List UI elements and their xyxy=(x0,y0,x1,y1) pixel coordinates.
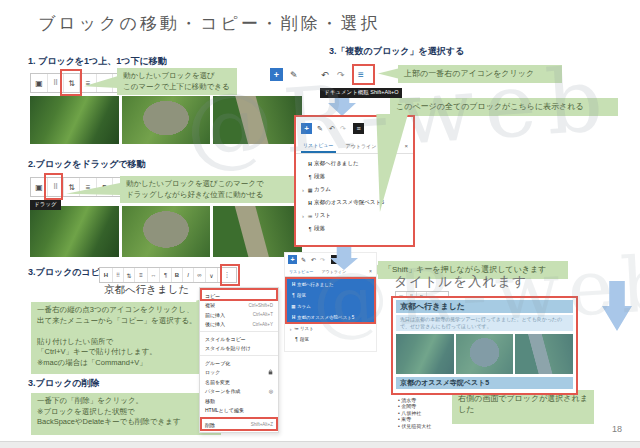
move-updown-icon[interactable]: ⇅ xyxy=(124,268,135,282)
page-number: 18 xyxy=(612,424,622,434)
bullet-item[interactable]: 伏見稲荷大社 xyxy=(398,423,431,429)
bold-icon[interactable]: B xyxy=(172,268,183,282)
gallery-block-icon[interactable]: ▣ xyxy=(31,178,48,196)
tab-list-view[interactable]: リストビュー xyxy=(301,140,336,153)
paragraph-icon: ¶ xyxy=(290,293,297,298)
editor-selected-blocks: 京都へ行きました 先日は京都の本願寺の見学ツアーに行ってきました。とても良かった… xyxy=(393,297,576,393)
list-view-icon[interactable]: ≡ xyxy=(358,69,364,80)
tab-outline[interactable]: アウトライン xyxy=(346,143,377,149)
document-overview-tooltip: ドキュメント概観 Shift+Alt+O xyxy=(320,88,402,98)
copy-block-text: 京都へ行きました xyxy=(104,283,189,297)
callout-top-icon: 上部の一番右のアイコンをクリック xyxy=(398,65,562,83)
list-icon: ≔ xyxy=(306,213,314,219)
callout-section1: 動かしたいブロックを選び このマークで上下に移動できる xyxy=(117,68,237,95)
drag-handle-icon[interactable]: ⠿ xyxy=(48,178,64,196)
list-item-selected[interactable]: H京都のオススメ寺院ベスト5 xyxy=(287,312,374,323)
menu-item-insert-after[interactable]: 後に挿入Ctrl+Alt+Y xyxy=(200,320,278,330)
undo-icon[interactable]: ↶ xyxy=(329,125,335,133)
align-icon[interactable]: ≡ xyxy=(80,74,97,92)
menu-divider xyxy=(200,355,278,356)
drag-handle-icon[interactable]: ⠿ xyxy=(113,268,124,282)
list-item[interactable]: ¶段落 xyxy=(300,222,409,235)
list-item-selected[interactable]: ▦カラム xyxy=(287,301,374,312)
menu-item-group[interactable]: グループ化 xyxy=(200,358,278,368)
heading-icon: H xyxy=(306,200,314,206)
link-icon[interactable]: ∞ xyxy=(194,268,206,282)
gallery-images-2 xyxy=(30,206,302,257)
tab-list-view[interactable]: リストビュー xyxy=(289,269,313,274)
slide-edge xyxy=(0,441,640,448)
menu-item-move[interactable]: 移動 xyxy=(200,396,278,406)
inserter-plus-button[interactable]: + xyxy=(270,68,283,81)
drag-handle-icon[interactable]: ⠿ xyxy=(48,74,64,92)
photo-forest-path xyxy=(30,96,119,144)
close-icon[interactable]: × xyxy=(369,268,372,274)
pencil-tools-icon[interactable]: ✎ xyxy=(290,70,298,80)
list-item[interactable]: ¶段落 xyxy=(300,170,409,183)
gallery-block-icon[interactable]: ▣ xyxy=(31,74,48,92)
list-item[interactable]: H京都のオススメ寺院ベスト5 xyxy=(300,196,409,209)
columns-icon: ▦ xyxy=(290,304,297,309)
italic-icon[interactable]: I xyxy=(183,268,194,282)
menu-item-copy[interactable]: コピー xyxy=(200,291,278,301)
down-arrow-3 xyxy=(602,281,632,331)
photo-forest-path xyxy=(396,334,454,374)
close-icon[interactable]: × xyxy=(404,143,408,149)
photo-forest-path xyxy=(30,206,119,257)
list-item-selected[interactable]: ¶段落 xyxy=(287,290,374,301)
move-updown-icon[interactable]: ⇅ xyxy=(64,74,80,92)
redo-icon[interactable]: ↷ xyxy=(337,70,345,80)
list-view-active-icon[interactable]: ≡ xyxy=(353,123,364,134)
columns-icon: ▦ xyxy=(306,187,314,193)
editor-heading1[interactable]: 京都へ行きました xyxy=(396,300,573,313)
list-item[interactable]: ›≔リスト xyxy=(300,209,409,222)
inserter-plus-button[interactable]: + xyxy=(288,255,297,264)
gallery-images-1 xyxy=(30,96,302,144)
photo-stone-statue xyxy=(122,206,211,257)
redo-icon[interactable]: ↷ xyxy=(340,125,346,133)
heading-block-icon[interactable]: H xyxy=(100,268,113,282)
menu-item-duplicate[interactable]: 複製Ctrl+Shift+D xyxy=(200,301,278,311)
paragraph-icon: ¶ xyxy=(293,337,300,342)
menu-item-create-pattern[interactable]: パターンを作成◎ xyxy=(200,387,278,397)
slide: @R-web @R-web ブロックの移動・コピー・削除・選択 1. ブロックを… xyxy=(0,0,640,448)
photo-garden-steps xyxy=(213,96,302,144)
page-title: ブロックの移動・コピー・削除・選択 xyxy=(38,12,381,35)
paragraph-icon: ¶ xyxy=(306,226,314,232)
menu-item-paste-styles[interactable]: スタイルを貼り付け xyxy=(200,344,278,354)
chevron-down-icon[interactable]: ∨ xyxy=(206,268,218,282)
menu-item-delete[interactable]: 削除Shift+Alt+Z xyxy=(200,420,278,430)
inserter-plus-button[interactable]: + xyxy=(301,123,312,134)
options-ellipsis-icon[interactable]: ⋮ xyxy=(218,268,236,282)
heading-icon: H xyxy=(290,282,297,287)
menu-item-copy-styles[interactable]: スタイルをコピー xyxy=(200,334,278,344)
menu-item-lock[interactable]: ロック xyxy=(200,368,278,378)
pencil-tools-icon[interactable]: ✎ xyxy=(317,125,323,133)
editor-heading2[interactable]: 京都のオススメ寺院ベスト5 xyxy=(396,377,573,389)
align-icon[interactable]: ≡ xyxy=(135,268,148,282)
menu-item-insert-before[interactable]: 前に挿入Ctrl+Alt+T xyxy=(200,310,278,320)
swap-icon[interactable]: ↔ xyxy=(148,268,160,282)
menu-item-rename[interactable]: 名前を変更 xyxy=(200,377,278,387)
block-options-menu: コピー 複製Ctrl+Shift+D 前に挿入Ctrl+Alt+T 後に挿入Ct… xyxy=(199,287,279,433)
list-icon: ≔ xyxy=(293,326,300,331)
editor-paragraph[interactable]: 先日は京都の本願寺の見学ツアーに行ってきました。とても良かったので、ぜひ皆さんに… xyxy=(396,315,573,331)
heading-icon: H xyxy=(290,315,297,320)
heading-icon: H xyxy=(306,161,314,167)
tab-outline[interactable]: アウトライン xyxy=(321,269,346,274)
list-item[interactable]: ¶段落 xyxy=(287,334,374,345)
list-item-selected[interactable]: H京都へ行きました xyxy=(287,279,374,290)
callout-panel: このページの全てのブロックがこちらに表示される xyxy=(390,98,618,116)
list-item[interactable]: ›▦カラム xyxy=(300,183,409,196)
undo-icon[interactable]: ↶ xyxy=(321,70,329,80)
pencil-tools-icon[interactable]: ✎ xyxy=(301,256,306,263)
editor-title-placeholder[interactable]: タイトルを入れます xyxy=(394,273,527,291)
redo-icon[interactable]: ↷ xyxy=(320,256,325,263)
block-toolbar-copy: H ⠿ ⇅ ≡ ↔ ¶ B I ∞ ∨ ⋮ xyxy=(99,267,237,283)
menu-item-edit-html[interactable]: HTMLとして編集 xyxy=(200,406,278,416)
editor-bullet-list: 清水寺 金閣寺 八坂神社 東寺 伏見稲荷大社 xyxy=(398,397,431,429)
list-item[interactable]: ›≔リスト xyxy=(287,323,374,334)
drag-tooltip: ドラッグ xyxy=(30,200,61,210)
paragraph-icon[interactable]: ¶ xyxy=(160,268,172,282)
undo-icon[interactable]: ↶ xyxy=(311,256,316,263)
